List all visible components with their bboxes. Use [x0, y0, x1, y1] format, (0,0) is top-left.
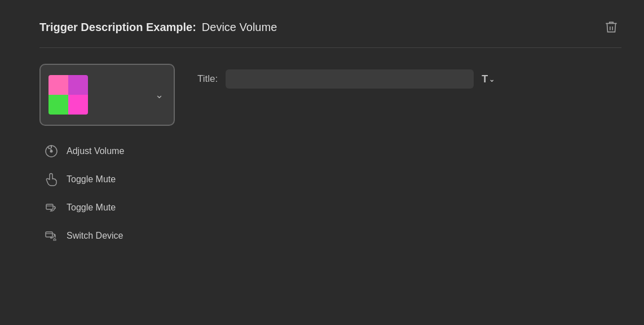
delete-button[interactable]	[601, 17, 621, 37]
header-title: Trigger Description Example: Device Volu…	[39, 21, 277, 34]
right-panel: Title: T ⌄	[197, 64, 621, 89]
main-content: ⌄	[39, 64, 621, 249]
title-label: Title:	[197, 73, 218, 85]
svg-line-4	[50, 148, 51, 150]
font-button-label: T	[482, 73, 488, 85]
trigger-description-value: Device Volume	[202, 21, 277, 34]
image-grid	[48, 75, 88, 115]
action-list: Adjust Volume Toggle Mute	[39, 138, 175, 249]
volume-icon	[43, 143, 60, 160]
toggle-mute-1-label: Toggle Mute	[67, 174, 116, 185]
divider	[39, 47, 621, 48]
header: Trigger Description Example: Device Volu…	[39, 17, 621, 37]
font-button[interactable]: T ⌄	[482, 73, 495, 85]
trigger-description-label: Trigger Description Example:	[39, 21, 196, 34]
grid-cell-1	[48, 75, 68, 95]
font-chevron-icon: ⌄	[489, 76, 495, 84]
left-panel: ⌄	[39, 64, 175, 249]
action-item-toggle-mute-1[interactable]: Toggle Mute	[39, 166, 175, 192]
action-item-switch-device[interactable]: Switch Device	[39, 223, 175, 249]
grid-cell-4	[68, 95, 88, 115]
title-input[interactable]	[226, 69, 474, 89]
chevron-down-icon: ⌄	[155, 89, 164, 101]
image-selector[interactable]: ⌄	[39, 64, 175, 126]
action-item-adjust-volume[interactable]: Adjust Volume	[39, 138, 175, 164]
toggle-mute-2-label: Toggle Mute	[67, 203, 116, 213]
main-container: Trigger Description Example: Device Volu…	[0, 0, 644, 325]
trash-icon	[604, 20, 619, 34]
grid-cell-3	[48, 95, 68, 115]
svg-rect-7	[46, 204, 53, 209]
title-row: Title: T ⌄	[197, 69, 621, 89]
hand-device-icon-2	[43, 199, 60, 216]
svg-line-2	[48, 147, 49, 149]
hand-touch-icon-1	[43, 171, 60, 188]
adjust-volume-label: Adjust Volume	[67, 146, 124, 156]
action-item-toggle-mute-2[interactable]: Toggle Mute	[39, 195, 175, 221]
switch-device-icon	[43, 227, 60, 244]
switch-device-label: Switch Device	[67, 231, 123, 241]
svg-rect-9	[46, 232, 52, 237]
grid-cell-2	[68, 75, 88, 95]
